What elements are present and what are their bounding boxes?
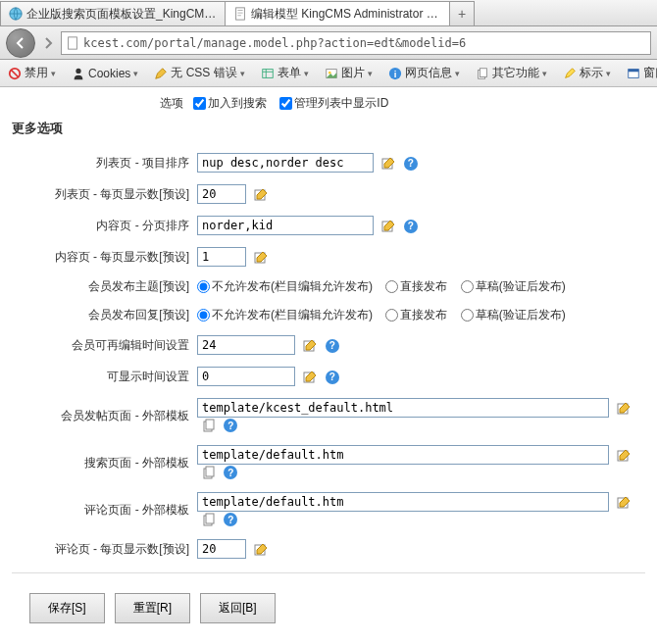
arrow-left-icon <box>14 36 27 50</box>
input-comment-perpage[interactable] <box>197 539 246 559</box>
help-icon[interactable]: ? <box>224 419 237 432</box>
radio-topic-draft[interactable]: 草稿(验证后发布) <box>461 279 566 293</box>
tab-2-title: 编辑模型 KingCMS Administrator P… <box>251 6 441 23</box>
page-icon <box>66 36 79 50</box>
window-icon <box>627 67 640 80</box>
copy-icon[interactable] <box>201 465 217 480</box>
svg-rect-13 <box>628 69 638 72</box>
action-icon[interactable] <box>616 495 632 511</box>
tab-1[interactable]: 企业版搜索页面模板设置_KingCMS官… <box>0 1 226 25</box>
svg-rect-5 <box>262 69 273 77</box>
section-more-options: 更多选项 <box>12 120 645 137</box>
forward-icon[interactable] <box>41 36 55 50</box>
image-icon <box>325 67 338 80</box>
action-icon[interactable] <box>253 250 269 266</box>
radio-reply-draft[interactable]: 草稿(验证后发布) <box>461 308 566 322</box>
svg-rect-1 <box>236 8 245 20</box>
page-content: 选项 加入到搜索 管理列表中显示ID 更多选项 列表页 - 项目排序 ? 列表页… <box>0 87 657 643</box>
chk-add-search[interactable]: 加入到搜索 <box>193 96 267 110</box>
page-icon <box>233 7 247 21</box>
help-icon[interactable]: ? <box>326 371 339 384</box>
button-row: 保存[S] 重置[R] 返回[B] <box>12 581 645 635</box>
svg-point-4 <box>76 68 80 73</box>
label-member-post-reply: 会员发布回复[预设] <box>12 301 193 329</box>
svg-rect-11 <box>480 68 486 76</box>
input-content-sort[interactable] <box>197 216 374 235</box>
action-icon[interactable] <box>380 156 396 172</box>
reset-button[interactable]: 重置[R] <box>115 593 190 623</box>
tb-mark[interactable]: 标示▾ <box>559 63 615 83</box>
input-search-tpl[interactable] <box>197 445 609 465</box>
address-bar: kcest.com/portal/manage.model.php?action… <box>0 26 657 60</box>
tb-window[interactable]: 窗口 <box>623 63 657 83</box>
input-list-perpage[interactable] <box>197 184 246 204</box>
tab-1-title: 企业版搜索页面模板设置_KingCMS官… <box>26 6 217 23</box>
help-icon[interactable]: ? <box>404 157 418 171</box>
label-content-sort: 内容页 - 分页排序 <box>12 210 193 241</box>
input-list-sort[interactable] <box>197 153 374 173</box>
save-button[interactable]: 保存[S] <box>29 593 105 623</box>
back-button[interactable] <box>6 28 35 58</box>
options-row: 选项 加入到搜索 管理列表中显示ID <box>12 95 645 112</box>
back-page-button[interactable]: 返回[B] <box>200 593 276 623</box>
copy-icon[interactable] <box>201 418 217 433</box>
chk-add-search-box[interactable] <box>193 97 206 110</box>
label-list-sort: 列表页 - 项目排序 <box>12 147 193 178</box>
radio-topic-deny[interactable]: 不允许发布(栏目编辑允许发布) <box>197 279 373 293</box>
tb-form[interactable]: 表单▾ <box>257 63 313 83</box>
help-icon[interactable]: ? <box>224 466 237 479</box>
dev-toolbar: 禁用▾ Cookies▾ 无 CSS 错误▾ 表单▾ 图片▾ i网页信息▾ 其它… <box>0 60 657 87</box>
url-input[interactable]: kcest.com/portal/manage.model.php?action… <box>61 31 651 55</box>
label-comment-perpage: 评论页 - 每页显示数[预设] <box>12 533 193 565</box>
copy-icon[interactable] <box>201 512 217 527</box>
tab-2[interactable]: 编辑模型 KingCMS Administrator P… <box>225 1 450 25</box>
forbidden-icon <box>8 67 22 80</box>
svg-rect-22 <box>206 420 214 429</box>
action-icon[interactable] <box>302 338 318 354</box>
svg-rect-2 <box>69 36 77 48</box>
radio-reply-direct[interactable]: 直接发布 <box>385 308 447 322</box>
label-list-perpage: 列表页 - 每页显示数[预设] <box>12 178 193 210</box>
highlighter-icon <box>563 67 577 80</box>
radio-topic-direct[interactable]: 直接发布 <box>385 279 447 293</box>
input-content-perpage[interactable] <box>197 247 246 267</box>
label-content-perpage: 内容页 - 每页显示数[预设] <box>12 241 193 272</box>
svg-rect-28 <box>206 514 214 523</box>
tb-css[interactable]: 无 CSS 错误▾ <box>150 63 248 83</box>
tb-image[interactable]: 图片▾ <box>321 63 377 83</box>
help-icon[interactable]: ? <box>404 220 418 233</box>
tb-disable[interactable]: 禁用▾ <box>4 63 60 83</box>
action-icon[interactable] <box>302 370 318 385</box>
label-member-post-tpl: 会员发帖页面 - 外部模板 <box>12 392 193 439</box>
input-display-time[interactable] <box>197 367 295 386</box>
svg-text:i: i <box>393 68 396 78</box>
label-member-post-topic: 会员发布主题[预设] <box>12 272 193 301</box>
label-search-tpl: 搜索页面 - 外部模板 <box>12 439 193 486</box>
action-icon[interactable] <box>616 401 632 417</box>
action-icon[interactable] <box>380 219 396 234</box>
tb-other[interactable]: 其它功能▾ <box>472 63 551 83</box>
settings-table: 列表页 - 项目排序 ? 列表页 - 每页显示数[预设] 内容页 - 分页排序 … <box>12 147 645 565</box>
help-icon[interactable]: ? <box>326 339 339 353</box>
label-comment-tpl: 评论页面 - 外部模板 <box>12 486 193 533</box>
divider <box>12 572 645 573</box>
options-label: 选项 <box>12 95 193 112</box>
action-icon[interactable] <box>253 187 269 203</box>
form-icon <box>261 67 275 80</box>
input-edit-time[interactable] <box>197 335 295 355</box>
chk-show-id[interactable]: 管理列表中显示ID <box>279 96 388 110</box>
help-icon[interactable]: ? <box>224 513 237 526</box>
action-icon[interactable] <box>253 542 269 558</box>
radio-reply-deny[interactable]: 不允许发布(栏目编辑允许发布) <box>197 308 373 322</box>
new-tab-button[interactable]: + <box>449 1 475 25</box>
svg-rect-25 <box>206 467 214 476</box>
svg-point-7 <box>328 71 331 74</box>
tb-cookies[interactable]: Cookies▾ <box>68 65 142 82</box>
action-icon[interactable] <box>616 448 632 464</box>
tb-info[interactable]: i网页信息▾ <box>384 63 464 83</box>
chk-show-id-box[interactable] <box>279 97 292 110</box>
info-icon: i <box>388 67 402 80</box>
input-comment-tpl[interactable] <box>197 492 609 512</box>
pencil-icon <box>154 67 168 80</box>
input-member-post-tpl[interactable] <box>197 398 609 418</box>
